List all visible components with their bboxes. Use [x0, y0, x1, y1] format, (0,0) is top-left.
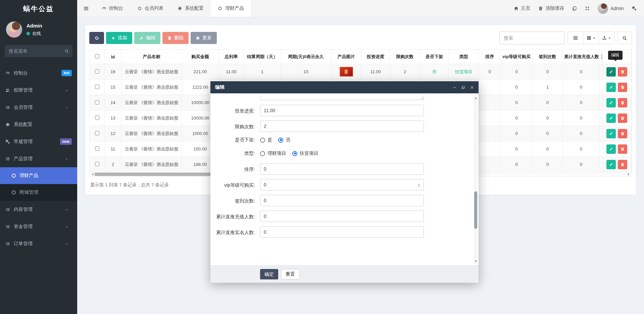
settings-button[interactable]: [632, 6, 637, 11]
toggle-view-button[interactable]: [568, 32, 583, 44]
export-button[interactable]: [599, 32, 614, 44]
row-delete-button[interactable]: [618, 144, 627, 154]
row-checkbox[interactable]: [95, 162, 99, 166]
columns-button[interactable]: [583, 32, 599, 44]
scroll-down-arrow-icon[interactable]: [475, 261, 477, 263]
row-edit-button[interactable]: [606, 129, 616, 138]
scroll-up-arrow-icon[interactable]: [475, 96, 477, 99]
cell-sort: [479, 126, 501, 141]
sidebar-subitem-商城管理[interactable]: 商城管理: [0, 184, 77, 201]
sidebar-item-资金管理[interactable]: 资金管理: [0, 218, 77, 235]
cell-off: 否: [420, 64, 449, 80]
radio-label: 否: [286, 137, 290, 143]
tab-控制台[interactable]: 控制台: [95, 0, 130, 17]
close-icon: [470, 86, 474, 89]
radio-option[interactable]: 是: [260, 137, 272, 143]
field-input[interactable]: [260, 163, 424, 175]
avatar[interactable]: [6, 21, 22, 38]
delete-button[interactable]: 删除: [162, 32, 189, 44]
search-button[interactable]: [617, 32, 632, 44]
subitem-label: 商城管理: [19, 189, 38, 195]
tab-系统配置[interactable]: 系统配置: [170, 0, 211, 17]
row-delete-button[interactable]: [618, 83, 627, 92]
more-button[interactable]: 更多: [191, 32, 217, 44]
field-input[interactable]: [260, 121, 424, 132]
profile-status-label: 在线: [32, 31, 41, 37]
refresh-button[interactable]: [89, 32, 104, 44]
modal-header[interactable]: 编辑: [210, 81, 479, 93]
minus-icon: [453, 86, 456, 89]
home-link[interactable]: 主页: [514, 5, 530, 11]
tab-理财产品[interactable]: 理财产品: [211, 0, 251, 17]
field-input[interactable]: [260, 195, 424, 206]
sidebar-subitem-理财产品[interactable]: 理财产品: [0, 167, 77, 184]
row-delete-button[interactable]: [618, 129, 627, 138]
row-checkbox[interactable]: [95, 100, 99, 104]
row-checkbox[interactable]: [95, 85, 99, 89]
clear-cache-link[interactable]: 清除缓存: [538, 5, 564, 11]
table-search-input[interactable]: [499, 32, 564, 44]
restore-icon[interactable]: [461, 84, 465, 90]
sidebar-toggle-button[interactable]: [77, 0, 95, 17]
field-input[interactable]: [260, 226, 424, 238]
radio-option[interactable]: 理财项目: [260, 150, 286, 156]
cell-sign: 0: [533, 141, 563, 157]
field-input[interactable]: [260, 179, 424, 190]
product-image[interactable]: [340, 67, 353, 77]
column-header: 购买金额: [182, 50, 219, 64]
home-icon: [514, 6, 518, 11]
topbar-user[interactable]: Admin: [598, 3, 624, 14]
field-input[interactable]: [260, 105, 424, 116]
cell-id: 12: [105, 126, 121, 141]
reset-button[interactable]: 重置: [281, 269, 300, 279]
row-edit-button[interactable]: [606, 67, 616, 77]
row-checkbox[interactable]: [95, 116, 99, 120]
row-delete-button[interactable]: [618, 160, 627, 169]
row-edit-button[interactable]: [606, 114, 616, 123]
row-edit-button[interactable]: [606, 144, 616, 154]
row-edit-button[interactable]: [606, 160, 616, 169]
row-delete-button[interactable]: [618, 114, 627, 123]
log-button[interactable]: [572, 6, 577, 11]
field-input[interactable]: [260, 211, 424, 222]
row-checkbox[interactable]: [95, 146, 99, 151]
plus-icon: [111, 36, 115, 40]
textarea-fragment[interactable]: [260, 95, 424, 100]
table-row: 16云善堂 《善情》酒业原始股221.0011.0011011.002否扶贫项目…: [90, 64, 632, 80]
select-all-checkbox[interactable]: [95, 54, 99, 58]
fullscreen-button[interactable]: [585, 6, 590, 11]
row-checkbox[interactable]: [95, 69, 99, 74]
listview-icon: [573, 36, 578, 40]
sidebar-item-内容管理[interactable]: 内容管理: [0, 201, 77, 218]
close-icon[interactable]: [470, 84, 474, 90]
radio-option[interactable]: 扶贫项目: [292, 150, 318, 156]
sidebar-item-权限管理[interactable]: 权限管理: [0, 82, 77, 99]
modal-scrollbar[interactable]: [474, 95, 478, 264]
add-button[interactable]: 添加: [106, 32, 132, 44]
sidebar-search-input[interactable]: [5, 45, 72, 57]
row-edit-button[interactable]: [606, 98, 616, 107]
row-checkbox[interactable]: [95, 131, 99, 135]
row-delete-button[interactable]: [618, 67, 627, 77]
tab-会员列表[interactable]: 会员列表: [130, 0, 170, 17]
minimize-icon[interactable]: [453, 84, 456, 90]
row-edit-button[interactable]: [606, 83, 616, 92]
sidebar-item-控制台[interactable]: 控制台hot: [0, 64, 77, 82]
row-delete-button[interactable]: [618, 98, 627, 107]
row-select-cell: [90, 80, 105, 95]
spinner-icon[interactable]: [417, 182, 421, 188]
profile-name: Admin: [27, 23, 42, 29]
home-label: 主页: [521, 5, 530, 11]
sidebar-item-会员管理[interactable]: 会员管理: [0, 99, 77, 116]
edit-button[interactable]: 编辑: [134, 32, 160, 44]
sidebar-item-系统配置[interactable]: 系统配置: [0, 116, 77, 133]
confirm-button[interactable]: 确定: [260, 269, 278, 279]
modal-scroll-thumb[interactable]: [474, 191, 477, 228]
sidebar-item-产品管理[interactable]: 产品管理: [0, 150, 77, 167]
scroll-right-arrow-icon[interactable]: [628, 173, 631, 176]
sidebar-item-订单管理[interactable]: 订单管理: [0, 235, 77, 252]
caret-icon: [608, 37, 611, 40]
scroll-left-arrow-icon[interactable]: [91, 173, 93, 176]
sidebar-item-常规管理[interactable]: 常规管理new: [0, 133, 77, 150]
radio-option[interactable]: 否: [278, 137, 290, 143]
